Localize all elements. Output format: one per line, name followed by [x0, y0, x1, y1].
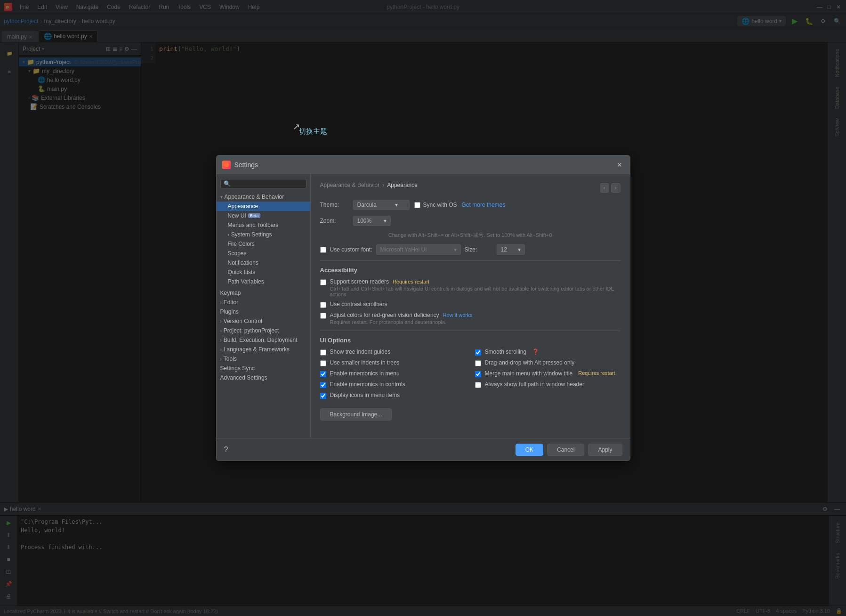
zoom-arrow: ▾	[384, 218, 387, 224]
accessibility-title: Accessibility	[320, 267, 620, 274]
nav-back-btn[interactable]: ‹	[600, 183, 609, 193]
ui-options-grid: Show tree indent guides Use smaller inde…	[320, 349, 620, 403]
sync-os-row: Sync with OS	[414, 202, 457, 208]
nav-plugins[interactable]: Plugins	[217, 307, 310, 316]
background-image-btn[interactable]: Background Image...	[320, 408, 392, 421]
mnemonics-controls: Enable mnemonics in controls	[320, 381, 466, 388]
theme-row: Theme: Darcula ▾ Sync with OS Get more t…	[320, 200, 620, 210]
modal-title: Settings	[234, 161, 258, 169]
new-ui-badge: Beta	[248, 213, 261, 218]
search-icon: 🔍	[224, 180, 231, 187]
color-deficiency-label: Adjust colors for red-green vision defic…	[330, 312, 439, 318]
color-deficiency-checkbox[interactable]	[320, 313, 326, 319]
size-dropdown-arrow: ▾	[518, 246, 521, 253]
merge-menu-checkbox[interactable]	[475, 371, 481, 377]
theme-dropdown-arrow: ▾	[395, 202, 398, 208]
ui-options-title: UI Options	[320, 337, 620, 344]
mnemonics-controls-checkbox[interactable]	[320, 382, 326, 388]
font-row: Use custom font: Microsoft YaHei UI ▾ Si…	[320, 244, 620, 255]
font-value: Microsoft YaHei UI	[380, 246, 427, 253]
size-label: Size:	[465, 246, 493, 253]
nav-arrow-appearance: ▾	[220, 195, 223, 200]
size-selector[interactable]: 12 ▾	[497, 244, 525, 255]
smooth-scrolling: Smooth scrolling ❓	[475, 349, 620, 356]
zoom-value: 100%	[357, 218, 372, 224]
nav-item-system-settings[interactable]: › System Settings	[217, 230, 310, 239]
nav-item-notifications[interactable]: Notifications	[217, 258, 310, 267]
tooltip-annotation: 切换主题	[299, 127, 327, 136]
display-icons: Display icons in menu items	[320, 392, 466, 399]
nav-languages[interactable]: › Languages & Frameworks	[217, 345, 310, 354]
mnemonics-controls-label: Enable mnemonics in controls	[330, 381, 405, 388]
settings-modal: Settings ✕ 🔍 ▾ Appearance & Behavior	[216, 155, 630, 461]
color-deficiency-item: Adjust colors for red-green vision defic…	[320, 312, 620, 325]
merge-menu: Merge main menu with window title Requir…	[475, 370, 620, 377]
settings-search-input[interactable]	[233, 180, 303, 187]
contrast-scrollbars-checkbox[interactable]	[320, 302, 326, 308]
settings-search[interactable]: 🔍	[220, 179, 306, 188]
nav-build[interactable]: › Build, Execution, Deployment	[217, 335, 310, 345]
font-selector[interactable]: Microsoft YaHei UI ▾	[376, 244, 461, 255]
nav-editor[interactable]: › Editor	[217, 298, 310, 307]
modal-footer: ? OK Cancel Apply	[217, 438, 630, 461]
ok-btn[interactable]: OK	[516, 444, 543, 456]
size-value: 12	[501, 246, 507, 253]
cancel-btn[interactable]: Cancel	[547, 444, 584, 456]
screen-readers-checkbox[interactable]	[320, 279, 326, 285]
breadcrumb-appearance: Appearance	[387, 182, 418, 188]
color-deficiency-subtext: Requires restart. For protanopia and deu…	[330, 319, 472, 325]
merge-menu-label: Merge main menu with window title	[485, 370, 573, 377]
full-path-header-checkbox[interactable]	[475, 382, 481, 388]
full-path-header: Always show full path in window header	[475, 381, 620, 388]
sync-os-checkbox[interactable]	[414, 202, 420, 208]
help-btn[interactable]: ?	[224, 446, 228, 454]
smaller-indents: Use smaller indents in trees	[320, 359, 466, 366]
merge-menu-note: Requires restart	[578, 370, 615, 376]
nav-version-control[interactable]: › Version Control	[217, 316, 310, 326]
smaller-indents-label: Use smaller indents in trees	[330, 359, 400, 366]
nav-item-file-colors[interactable]: File Colors	[217, 239, 310, 249]
nav-item-quick-lists[interactable]: Quick Lists	[217, 267, 310, 277]
svg-point-2	[224, 162, 229, 167]
nav-advanced-settings[interactable]: Advanced Settings	[217, 373, 310, 382]
zoom-hint: Change with Alt+Shift+= or Alt+Shift+减号.…	[320, 232, 620, 239]
mnemonics-menu-label: Enable mnemonics in menu	[330, 370, 400, 377]
theme-selector[interactable]: Darcula ▾	[353, 200, 410, 210]
zoom-selector[interactable]: 100% ▾	[353, 216, 391, 226]
nav-item-menus[interactable]: Menus and Toolbars	[217, 220, 310, 230]
nav-tools[interactable]: › Tools	[217, 354, 310, 364]
nav-settings-sync[interactable]: Settings Sync	[217, 364, 310, 373]
how-it-works-link[interactable]: How it works	[443, 312, 472, 318]
divider-1	[320, 260, 620, 261]
display-icons-checkbox[interactable]	[320, 393, 326, 399]
sync-os-label: Sync with OS	[423, 202, 457, 208]
settings-nav: 🔍 ▾ Appearance & Behavior Appearance New…	[217, 174, 311, 438]
tooltip-text: 切换主题	[299, 127, 327, 136]
drag-drop-alt-checkbox[interactable]	[475, 360, 481, 366]
nav-item-appearance[interactable]: Appearance	[217, 202, 310, 211]
nav-item-new-ui[interactable]: New UI Beta	[217, 211, 310, 220]
smooth-scrolling-help[interactable]: ❓	[532, 349, 539, 355]
show-tree-guides: Show tree indent guides	[320, 349, 466, 356]
get-more-themes-link[interactable]: Get more themes	[462, 202, 506, 208]
smaller-indents-checkbox[interactable]	[320, 360, 326, 366]
nav-appearance-behavior[interactable]: ▾ Appearance & Behavior	[217, 192, 310, 202]
nav-item-path-variables[interactable]: Path Variables	[217, 277, 310, 286]
settings-content: Appearance & Behavior › Appearance ‹ › T…	[311, 174, 630, 438]
nav-appearance-behavior-label: Appearance & Behavior	[225, 194, 284, 200]
apply-btn[interactable]: Apply	[588, 444, 622, 456]
nav-project[interactable]: › Project: pythonProject	[217, 326, 310, 335]
mnemonics-menu-checkbox[interactable]	[320, 371, 326, 377]
theme-value: Darcula	[357, 202, 377, 208]
display-icons-label: Display icons in menu items	[330, 392, 400, 398]
screen-readers-item: Support screen readers Requires restart …	[320, 278, 620, 297]
show-tree-guides-checkbox[interactable]	[320, 349, 326, 356]
smooth-scrolling-checkbox[interactable]	[475, 349, 481, 356]
nav-item-scopes[interactable]: Scopes	[217, 249, 310, 258]
font-checkbox[interactable]	[320, 247, 326, 253]
modal-close-btn[interactable]: ✕	[615, 160, 624, 170]
contrast-scrollbars-label: Use contrast scrollbars	[330, 301, 387, 308]
nav-keymap[interactable]: Keymap	[217, 288, 310, 298]
nav-forward-btn[interactable]: ›	[611, 183, 620, 193]
modal-body: 🔍 ▾ Appearance & Behavior Appearance New…	[217, 174, 630, 438]
